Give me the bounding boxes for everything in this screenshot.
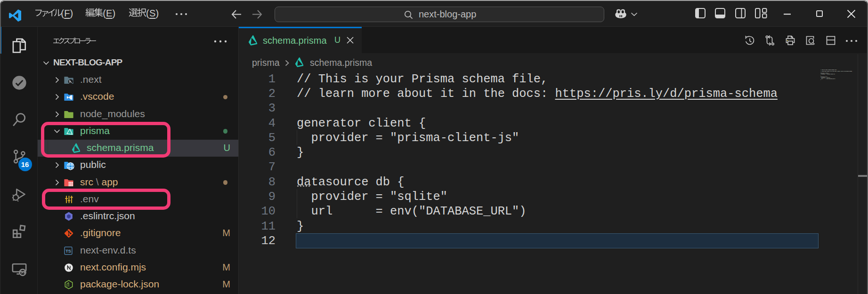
svg-text:TS: TS bbox=[65, 248, 71, 253]
